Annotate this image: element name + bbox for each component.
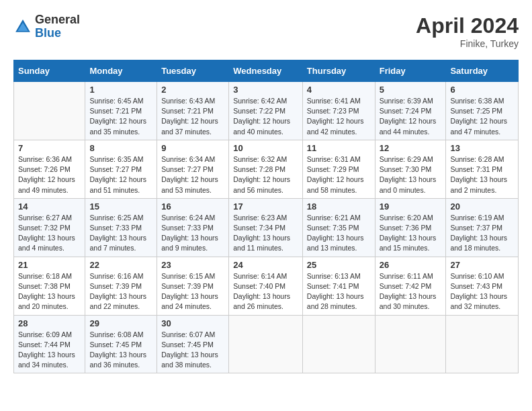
location: Finike, Turkey bbox=[416, 38, 519, 49]
column-header-friday: Friday bbox=[375, 60, 446, 82]
calendar-cell: 18Sunrise: 6:21 AMSunset: 7:35 PMDayligh… bbox=[302, 198, 375, 257]
day-info: Sunrise: 6:23 AMSunset: 7:34 PMDaylight:… bbox=[233, 213, 298, 254]
week-row: 21Sunrise: 6:18 AMSunset: 7:38 PMDayligh… bbox=[14, 257, 519, 315]
column-header-wednesday: Wednesday bbox=[229, 60, 303, 82]
day-number: 15 bbox=[89, 201, 152, 212]
day-info: Sunrise: 6:16 AMSunset: 7:39 PMDaylight:… bbox=[89, 271, 152, 312]
week-row: 1Sunrise: 6:45 AMSunset: 7:21 PMDaylight… bbox=[14, 82, 519, 140]
day-info: Sunrise: 6:43 AMSunset: 7:21 PMDaylight:… bbox=[161, 96, 224, 137]
day-number: 26 bbox=[380, 260, 442, 270]
calendar-cell: 1Sunrise: 6:45 AMSunset: 7:21 PMDaylight… bbox=[85, 82, 157, 140]
month-year: April 2024 bbox=[416, 13, 519, 38]
day-info: Sunrise: 6:35 AMSunset: 7:27 PMDaylight:… bbox=[89, 154, 152, 195]
calendar-body: 1Sunrise: 6:45 AMSunset: 7:21 PMDaylight… bbox=[14, 82, 519, 373]
day-number: 13 bbox=[450, 143, 514, 153]
day-number: 29 bbox=[89, 318, 152, 328]
calendar-cell bbox=[302, 315, 375, 373]
week-row: 14Sunrise: 6:27 AMSunset: 7:32 PMDayligh… bbox=[14, 198, 519, 257]
day-info: Sunrise: 6:09 AMSunset: 7:44 PMDaylight:… bbox=[18, 330, 81, 371]
day-number: 3 bbox=[233, 85, 298, 95]
day-number: 1 bbox=[89, 85, 152, 95]
calendar-cell: 9Sunrise: 6:34 AMSunset: 7:27 PMDaylight… bbox=[157, 140, 229, 198]
day-number: 12 bbox=[380, 143, 442, 153]
calendar-cell: 13Sunrise: 6:28 AMSunset: 7:31 PMDayligh… bbox=[446, 140, 519, 198]
day-info: Sunrise: 6:13 AMSunset: 7:41 PMDaylight:… bbox=[307, 271, 371, 312]
calendar-cell bbox=[229, 315, 303, 373]
calendar-cell: 6Sunrise: 6:38 AMSunset: 7:25 PMDaylight… bbox=[446, 82, 519, 140]
calendar-cell: 29Sunrise: 6:08 AMSunset: 7:45 PMDayligh… bbox=[85, 315, 157, 373]
day-info: Sunrise: 6:31 AMSunset: 7:29 PMDaylight:… bbox=[307, 154, 371, 195]
day-info: Sunrise: 6:11 AMSunset: 7:42 PMDaylight:… bbox=[380, 271, 442, 312]
day-number: 28 bbox=[18, 318, 81, 328]
day-number: 8 bbox=[89, 143, 152, 153]
calendar-cell: 24Sunrise: 6:14 AMSunset: 7:40 PMDayligh… bbox=[229, 257, 303, 315]
column-header-tuesday: Tuesday bbox=[157, 60, 229, 82]
day-number: 14 bbox=[18, 201, 81, 212]
day-info: Sunrise: 6:18 AMSunset: 7:38 PMDaylight:… bbox=[18, 271, 81, 312]
calendar-cell: 5Sunrise: 6:39 AMSunset: 7:24 PMDaylight… bbox=[375, 82, 446, 140]
calendar-cell: 20Sunrise: 6:19 AMSunset: 7:37 PMDayligh… bbox=[446, 198, 519, 257]
day-info: Sunrise: 6:20 AMSunset: 7:36 PMDaylight:… bbox=[380, 213, 442, 254]
calendar-cell: 10Sunrise: 6:32 AMSunset: 7:28 PMDayligh… bbox=[229, 140, 303, 198]
calendar-cell: 21Sunrise: 6:18 AMSunset: 7:38 PMDayligh… bbox=[14, 257, 85, 315]
day-number: 11 bbox=[307, 143, 371, 153]
calendar-cell: 2Sunrise: 6:43 AMSunset: 7:21 PMDaylight… bbox=[157, 82, 229, 140]
column-header-saturday: Saturday bbox=[446, 60, 519, 82]
day-number: 5 bbox=[380, 85, 442, 95]
day-number: 27 bbox=[450, 260, 514, 270]
calendar-cell: 4Sunrise: 6:41 AMSunset: 7:23 PMDaylight… bbox=[302, 82, 375, 140]
week-row: 7Sunrise: 6:36 AMSunset: 7:26 PMDaylight… bbox=[14, 140, 519, 198]
day-info: Sunrise: 6:38 AMSunset: 7:25 PMDaylight:… bbox=[450, 96, 514, 137]
day-number: 22 bbox=[89, 260, 152, 270]
day-info: Sunrise: 6:32 AMSunset: 7:28 PMDaylight:… bbox=[233, 154, 298, 195]
day-info: Sunrise: 6:41 AMSunset: 7:23 PMDaylight:… bbox=[307, 96, 371, 137]
day-info: Sunrise: 6:08 AMSunset: 7:45 PMDaylight:… bbox=[89, 330, 152, 371]
day-number: 2 bbox=[161, 85, 224, 95]
calendar-cell: 26Sunrise: 6:11 AMSunset: 7:42 PMDayligh… bbox=[375, 257, 446, 315]
day-info: Sunrise: 6:39 AMSunset: 7:24 PMDaylight:… bbox=[380, 96, 442, 137]
day-info: Sunrise: 6:29 AMSunset: 7:30 PMDaylight:… bbox=[380, 154, 442, 195]
day-info: Sunrise: 6:27 AMSunset: 7:32 PMDaylight:… bbox=[18, 213, 81, 254]
day-number: 19 bbox=[380, 201, 442, 212]
day-info: Sunrise: 6:15 AMSunset: 7:39 PMDaylight:… bbox=[161, 271, 224, 312]
day-info: Sunrise: 6:07 AMSunset: 7:45 PMDaylight:… bbox=[161, 330, 224, 371]
calendar-cell: 25Sunrise: 6:13 AMSunset: 7:41 PMDayligh… bbox=[302, 257, 375, 315]
page-header: General Blue April 2024 Finike, Turkey bbox=[13, 13, 519, 49]
day-number: 9 bbox=[161, 143, 224, 153]
calendar-cell bbox=[14, 82, 85, 140]
day-info: Sunrise: 6:34 AMSunset: 7:27 PMDaylight:… bbox=[161, 154, 224, 195]
calendar-cell: 19Sunrise: 6:20 AMSunset: 7:36 PMDayligh… bbox=[375, 198, 446, 257]
calendar-cell: 15Sunrise: 6:25 AMSunset: 7:33 PMDayligh… bbox=[85, 198, 157, 257]
day-info: Sunrise: 6:45 AMSunset: 7:21 PMDaylight:… bbox=[89, 96, 152, 137]
day-number: 10 bbox=[233, 143, 298, 153]
calendar-cell bbox=[375, 315, 446, 373]
calendar-cell: 8Sunrise: 6:35 AMSunset: 7:27 PMDaylight… bbox=[85, 140, 157, 198]
day-number: 30 bbox=[161, 318, 224, 328]
day-number: 21 bbox=[18, 260, 81, 270]
day-number: 23 bbox=[161, 260, 224, 270]
day-info: Sunrise: 6:21 AMSunset: 7:35 PMDaylight:… bbox=[307, 213, 371, 254]
calendar-cell: 28Sunrise: 6:09 AMSunset: 7:44 PMDayligh… bbox=[14, 315, 85, 373]
calendar-cell: 17Sunrise: 6:23 AMSunset: 7:34 PMDayligh… bbox=[229, 198, 303, 257]
column-headers: SundayMondayTuesdayWednesdayThursdayFrid… bbox=[14, 60, 519, 82]
logo: General Blue bbox=[13, 13, 80, 40]
column-header-thursday: Thursday bbox=[302, 60, 375, 82]
day-number: 6 bbox=[450, 85, 514, 95]
calendar-cell: 11Sunrise: 6:31 AMSunset: 7:29 PMDayligh… bbox=[302, 140, 375, 198]
calendar-cell: 14Sunrise: 6:27 AMSunset: 7:32 PMDayligh… bbox=[14, 198, 85, 257]
day-info: Sunrise: 6:42 AMSunset: 7:22 PMDaylight:… bbox=[233, 96, 298, 137]
logo-blue: Blue bbox=[35, 27, 80, 40]
day-info: Sunrise: 6:28 AMSunset: 7:31 PMDaylight:… bbox=[450, 154, 514, 195]
day-number: 20 bbox=[450, 201, 514, 212]
calendar-cell: 16Sunrise: 6:24 AMSunset: 7:33 PMDayligh… bbox=[157, 198, 229, 257]
day-info: Sunrise: 6:19 AMSunset: 7:37 PMDaylight:… bbox=[450, 213, 514, 254]
day-number: 16 bbox=[161, 201, 224, 212]
calendar-cell: 22Sunrise: 6:16 AMSunset: 7:39 PMDayligh… bbox=[85, 257, 157, 315]
calendar-cell: 7Sunrise: 6:36 AMSunset: 7:26 PMDaylight… bbox=[14, 140, 85, 198]
day-info: Sunrise: 6:14 AMSunset: 7:40 PMDaylight:… bbox=[233, 271, 298, 312]
calendar-cell: 27Sunrise: 6:10 AMSunset: 7:43 PMDayligh… bbox=[446, 257, 519, 315]
logo-general: General bbox=[35, 13, 80, 27]
day-info: Sunrise: 6:10 AMSunset: 7:43 PMDaylight:… bbox=[450, 271, 514, 312]
day-number: 24 bbox=[233, 260, 298, 270]
calendar-cell: 23Sunrise: 6:15 AMSunset: 7:39 PMDayligh… bbox=[157, 257, 229, 315]
